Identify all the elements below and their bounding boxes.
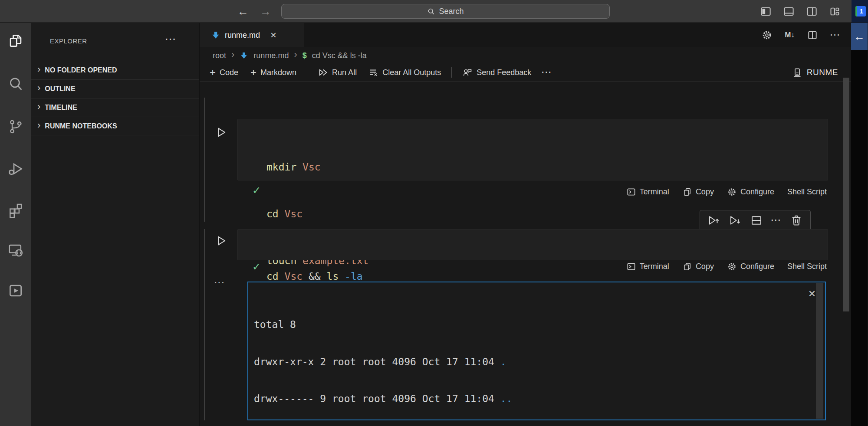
breadcrumb-file[interactable]: runme.md — [253, 51, 289, 60]
configure-button[interactable]: Configure — [727, 187, 774, 197]
sidebar-more-actions-icon[interactable]: ··· — [165, 34, 177, 44]
section-label: NO FOLDER OPENED — [45, 66, 117, 74]
sidebar-section-timeline[interactable]: › TIMELINE — [31, 98, 199, 117]
add-markdown-label: Markdown — [260, 68, 296, 77]
run-all-button[interactable]: Run All — [318, 67, 357, 78]
cell-output-terminal[interactable]: total 8 drwxr-xr-x 2 root root 4096 Oct … — [247, 282, 826, 420]
tab-close-icon[interactable]: × — [270, 31, 276, 39]
editor-actions: M↓ ··· — [761, 23, 841, 47]
output-line: total 8 — [254, 318, 566, 331]
cell-hover-toolbar: ··· — [700, 210, 811, 231]
run-cell-button[interactable] — [215, 126, 227, 138]
cell-more-actions-icon[interactable]: ··· — [771, 216, 782, 225]
copy-button[interactable]: Copy — [682, 187, 714, 197]
toggle-secondary-sidebar-icon[interactable] — [806, 6, 818, 17]
copy-label: Copy — [696, 262, 714, 271]
markdown-preview-icon[interactable]: M↓ — [785, 31, 795, 39]
forward-button[interactable]: → — [258, 3, 273, 19]
forward-icon: → — [260, 5, 271, 18]
terminal-label: Terminal — [640, 262, 669, 271]
gear-icon — [727, 187, 737, 197]
section-label: TIMELINE — [45, 104, 77, 111]
terminal-output-text: total 8 drwxr-xr-x 2 root root 4096 Oct … — [254, 294, 566, 426]
copy-icon — [682, 262, 692, 272]
breadcrumb-command[interactable]: cd Vsc && ls -la — [312, 51, 367, 60]
source-control-icon[interactable] — [7, 118, 24, 135]
remote-explorer-icon[interactable] — [7, 242, 24, 259]
output-menu-icon[interactable]: ··· — [214, 278, 225, 288]
close-output-icon[interactable]: × — [809, 288, 815, 300]
title-bar: ← → Search 1 — [0, 0, 868, 23]
search-view-icon[interactable] — [7, 76, 24, 92]
success-check-icon: ✓ — [252, 184, 261, 197]
send-feedback-label: Send Feedback — [477, 68, 531, 77]
language-label: Shell Script — [787, 187, 827, 197]
copy-button[interactable]: Copy — [682, 262, 714, 272]
add-code-cell-button[interactable]: + Code — [210, 66, 238, 79]
chevron-right-icon: › — [37, 101, 40, 112]
explorer-icon[interactable] — [7, 33, 24, 49]
code-line: cd Vsc — [266, 206, 368, 222]
clear-all-outputs-icon — [368, 67, 378, 78]
split-cell-icon[interactable] — [750, 214, 763, 227]
sidebar-section-no-folder-opened[interactable]: › NO FOLDER OPENED — [31, 61, 199, 79]
open-terminal-button[interactable]: Terminal — [626, 262, 669, 272]
output-line: drwxr-xr-x 2 root root 4096 Oct 17 11:04… — [254, 356, 566, 368]
toggle-primary-sidebar-icon[interactable] — [760, 6, 772, 17]
calendar-badge-icon[interactable]: 1 — [855, 6, 866, 16]
configure-label: Configure — [740, 187, 774, 197]
execute-above-cells-icon[interactable] — [707, 214, 720, 227]
clear-all-outputs-button[interactable]: Clear All Outputs — [368, 67, 441, 78]
sidebar-section-runme-notebooks[interactable]: › RUNME NOTEBOOKS — [31, 117, 199, 135]
copy-label: Copy — [696, 187, 714, 197]
open-terminal-button[interactable]: Terminal — [626, 187, 669, 197]
runme-notebooks-view-icon[interactable] — [7, 282, 24, 299]
split-editor-icon[interactable] — [807, 29, 818, 41]
code-cell-editor[interactable]: cd Vsc && ls -la — [237, 229, 828, 260]
chevron-right-icon: › — [231, 49, 234, 60]
success-check-icon: ✓ — [252, 261, 261, 273]
notebook-toolbar: + Code + Markdown Run All — [200, 64, 851, 81]
execute-cell-and-below-icon[interactable] — [729, 214, 742, 227]
gear-icon — [727, 262, 737, 272]
command-center-search[interactable]: Search — [281, 4, 610, 19]
runme-file-icon — [240, 51, 248, 60]
language-picker[interactable]: Shell Script — [787, 262, 827, 271]
activity-bar — [0, 23, 31, 426]
editor-scrollbar[interactable] — [843, 78, 849, 311]
section-label: OUTLINE — [45, 85, 75, 93]
back-icon: ← — [237, 5, 249, 18]
output-scrollbar[interactable] — [816, 283, 823, 419]
chevron-right-icon: › — [37, 120, 40, 131]
layout-controls — [760, 0, 841, 23]
adjacent-back-button[interactable]: ← — [851, 23, 868, 50]
add-markdown-cell-button[interactable]: + Markdown — [250, 66, 296, 79]
run-cell-button[interactable] — [215, 235, 227, 247]
runme-brand[interactable]: RUNME — [792, 64, 838, 81]
run-all-label: Run All — [332, 68, 357, 77]
editor-group: runme.md × M↓ ··· root › — [200, 23, 851, 426]
tab-runme-md[interactable]: runme.md × — [200, 23, 304, 47]
delete-cell-icon[interactable] — [790, 214, 803, 227]
gear-icon[interactable] — [761, 29, 773, 41]
customize-layout-icon[interactable] — [829, 6, 841, 17]
chevron-right-icon: › — [37, 64, 40, 75]
extensions-icon[interactable] — [7, 202, 24, 218]
more-actions-icon[interactable]: ··· — [830, 31, 841, 40]
run-debug-icon[interactable] — [7, 161, 24, 177]
back-button[interactable]: ← — [235, 3, 251, 19]
send-feedback-button[interactable]: Send Feedback — [462, 67, 531, 78]
back-icon: ← — [854, 30, 865, 43]
configure-button[interactable]: Configure — [727, 262, 774, 272]
section-label: RUNME NOTEBOOKS — [45, 122, 117, 130]
sidebar-title: EXPLORER — [50, 37, 87, 45]
toolbar-more-icon[interactable]: ··· — [542, 68, 552, 77]
language-picker[interactable]: Shell Script — [787, 187, 827, 197]
search-icon — [427, 7, 435, 16]
add-code-label: Code — [220, 68, 238, 77]
cell-focus-indicator — [204, 229, 205, 420]
code-cell-editor[interactable]: mkdir Vsc cd Vsc touch example.txt — [237, 119, 828, 180]
toggle-panel-icon[interactable] — [783, 6, 795, 17]
sidebar-section-outline[interactable]: › OUTLINE — [31, 79, 199, 98]
breadcrumb-root[interactable]: root — [213, 51, 226, 60]
